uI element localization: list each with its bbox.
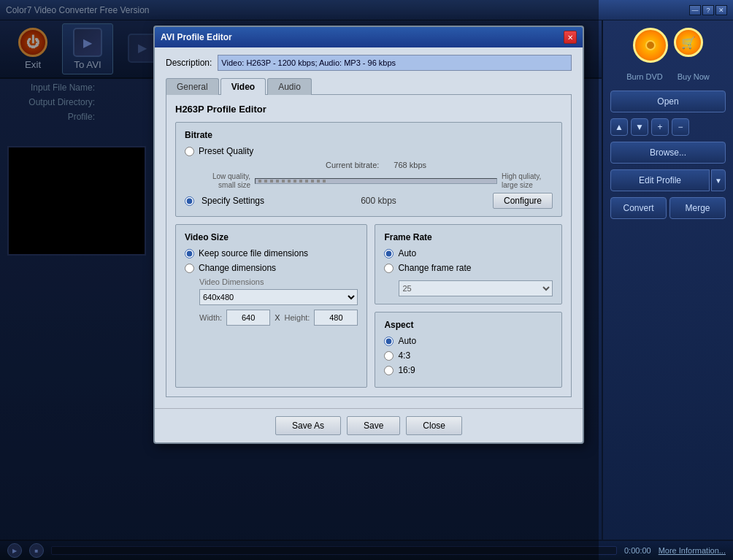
- description-input[interactable]: [218, 55, 572, 71]
- two-column-section: Video Size Keep source file dimensions C…: [175, 224, 562, 388]
- buy-now-icon: 🛒: [674, 28, 703, 57]
- bitrate-slider-area: Current bitrate: 768 kbps Low quality, s…: [199, 161, 553, 190]
- tab-content: H263P Profile Editor Bitrate Preset Qual…: [166, 94, 572, 397]
- width-label: Width:: [199, 313, 222, 322]
- slider-dot: [317, 180, 320, 183]
- high-quality-label: High quliaty, large size: [502, 172, 553, 190]
- frame-rate-auto-radio[interactable]: [384, 249, 394, 258]
- merge-button[interactable]: Merge: [669, 197, 726, 219]
- change-frame-rate-row: Change frame rate: [384, 263, 553, 273]
- slider-dot: [311, 180, 314, 183]
- buy-now-label: Buy Now: [678, 72, 710, 81]
- dialog-title-bar: AVI Profile Editor ✕: [155, 27, 583, 47]
- dialog-body: Description: General Video Audio H263P P…: [155, 47, 583, 408]
- nav-up-button[interactable]: ▲: [610, 118, 628, 136]
- convert-merge-row: Convert Merge: [610, 197, 726, 219]
- save-button[interactable]: Save: [347, 416, 400, 435]
- bitrate-slider-track[interactable]: [255, 178, 497, 184]
- slider-row: Low quality, small size: [199, 172, 553, 190]
- preset-quality-radio[interactable]: [185, 147, 194, 156]
- aspect-43-label: 4:3: [398, 350, 410, 361]
- minimize-button[interactable]: —: [689, 5, 701, 15]
- video-dims-label: Video Dimensions: [199, 277, 358, 286]
- aspect-auto-label: Auto: [398, 336, 416, 346]
- nav-plus-button[interactable]: +: [651, 118, 669, 136]
- close-app-button[interactable]: ✕: [715, 5, 727, 15]
- configure-button[interactable]: Configure: [493, 193, 553, 209]
- open-button[interactable]: Open: [610, 91, 726, 112]
- dims-select[interactable]: 640x480: [199, 289, 358, 305]
- change-frame-rate-radio[interactable]: [384, 264, 394, 273]
- frame-rate-section: Frame Rate Auto Change frame rate 25: [375, 224, 562, 304]
- section-title: H263P Profile Editor: [175, 104, 562, 115]
- description-row: Description:: [166, 55, 572, 71]
- frame-rate-select[interactable]: 25: [399, 280, 553, 296]
- frame-rate-auto-label: Auto: [398, 248, 416, 258]
- dialog-close-button[interactable]: ✕: [564, 31, 577, 44]
- aspect-169-radio[interactable]: [384, 366, 394, 375]
- slider-dot: [288, 180, 291, 183]
- aspect-43-row: 4:3: [384, 350, 553, 361]
- aspect-169-label: 16:9: [398, 365, 415, 375]
- change-frame-rate-label: Change frame rate: [398, 263, 471, 273]
- x-separator: X: [275, 313, 280, 322]
- slider-dot: [305, 180, 308, 183]
- slider-dots: [256, 180, 329, 183]
- slider-dot: [276, 180, 279, 183]
- change-dims-radio[interactable]: [185, 264, 194, 273]
- dialog-title: AVI Profile Editor: [161, 32, 232, 42]
- aspect-169-row: 16:9: [384, 365, 553, 375]
- slider-dot: [258, 180, 261, 183]
- slider-dot: [323, 180, 326, 183]
- nav-minus-button[interactable]: −: [672, 118, 689, 136]
- save-as-button[interactable]: Save As: [275, 416, 341, 435]
- specify-settings-radio[interactable]: [185, 196, 194, 206]
- right-column: Frame Rate Auto Change frame rate 25: [375, 224, 562, 388]
- edit-profile-button[interactable]: Edit Profile: [610, 169, 710, 191]
- keep-source-label: Keep source file dimensions: [199, 248, 308, 258]
- keep-source-row: Keep source file dimensions: [185, 248, 358, 258]
- preset-quality-label: Preset Quality: [199, 146, 253, 156]
- help-button[interactable]: ?: [702, 5, 714, 15]
- edit-profile-arrow-button[interactable]: ▼: [711, 169, 726, 191]
- dialog-close-footer-button[interactable]: Close: [406, 416, 462, 435]
- keep-source-radio[interactable]: [185, 249, 194, 258]
- bitrate-info: Current bitrate: 768 kbps: [199, 161, 553, 169]
- convert-button[interactable]: Convert: [610, 197, 667, 219]
- aspect-title: Aspect: [384, 320, 553, 330]
- left-column: Video Size Keep source file dimensions C…: [175, 224, 367, 388]
- preset-quality-row: Preset Quality: [185, 146, 553, 156]
- frame-rate-title: Frame Rate: [384, 232, 553, 242]
- aspect-43-radio[interactable]: [384, 351, 394, 361]
- specify-value: 600 kbps: [272, 196, 486, 206]
- height-input[interactable]: [314, 310, 358, 326]
- nav-down-button[interactable]: ▼: [631, 118, 648, 136]
- tabs: General Video Audio: [166, 78, 572, 95]
- slider-dot: [264, 180, 267, 183]
- change-dims-label: Change dimensions: [199, 263, 276, 273]
- wh-row: Width: X Height:: [199, 310, 358, 326]
- title-bar-buttons: — ? ✕: [689, 5, 727, 15]
- browse-button[interactable]: Browse...: [610, 142, 726, 164]
- bitrate-section: Bitrate Preset Quality Current bitrate: …: [175, 122, 562, 217]
- frame-rate-auto-row: Auto: [384, 248, 553, 258]
- right-panel: 🛒 Burn DVD Buy Now Open ▲ ▼ + − Browse..…: [602, 20, 733, 560]
- specify-settings-label: Specify Settings: [202, 196, 264, 206]
- aspect-auto-row: Auto: [384, 336, 553, 346]
- tab-general[interactable]: General: [166, 78, 219, 95]
- video-size-title: Video Size: [185, 232, 358, 242]
- tab-video[interactable]: Video: [220, 78, 266, 95]
- app-window: Color7 Video Converter Free Version — ? …: [0, 0, 733, 560]
- slider-dot: [282, 180, 285, 183]
- description-label: Description:: [166, 58, 212, 68]
- burn-dvd-label: Burn DVD: [626, 72, 663, 81]
- burn-dvd-icon: [633, 28, 668, 63]
- slider-dot: [299, 180, 302, 183]
- slider-dot: [293, 180, 296, 183]
- video-size-section: Video Size Keep source file dimensions C…: [175, 224, 367, 388]
- width-input[interactable]: [226, 310, 270, 326]
- aspect-auto-radio[interactable]: [384, 337, 394, 346]
- height-label: Height:: [285, 313, 310, 322]
- tab-audio[interactable]: Audio: [267, 78, 312, 95]
- more-info-link[interactable]: More Information...: [659, 546, 726, 555]
